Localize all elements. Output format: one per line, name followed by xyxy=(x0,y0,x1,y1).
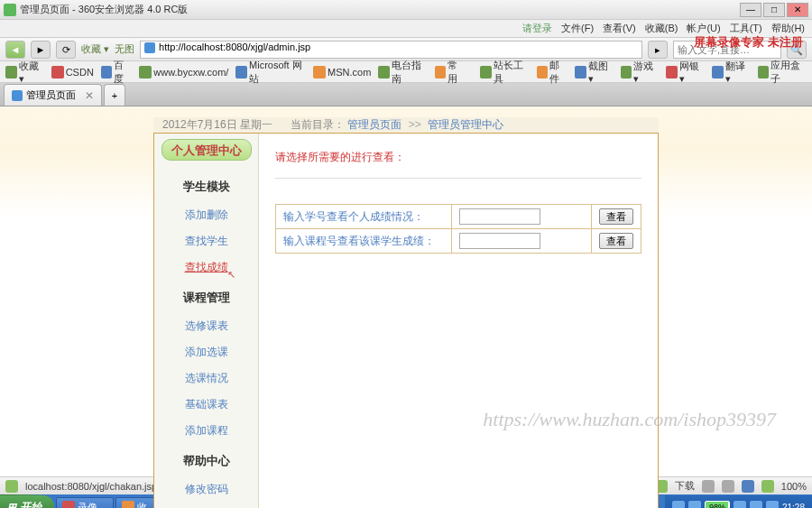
tool-screenshot[interactable]: 截图 ▾ xyxy=(575,60,614,85)
star-icon xyxy=(5,66,17,79)
favorites-dropdown[interactable]: 收藏 ▾ xyxy=(81,42,109,56)
task-item-1[interactable]: 录像… xyxy=(56,497,114,508)
sidebar-item-add-delete[interactable]: 添加删除 xyxy=(185,208,228,223)
sound-icon[interactable] xyxy=(742,480,754,493)
watermark-text: https://www.huzhan.com/ishop39397 xyxy=(483,408,776,431)
tab-admin[interactable]: 管理员页面 ✕ xyxy=(4,84,102,106)
query-label-course: 输入课程号查看该课学生成绩： xyxy=(276,229,452,254)
tool-label: 游戏 ▾ xyxy=(633,60,659,85)
bookmark-label: MSN.com xyxy=(328,67,371,78)
start-button[interactable]: ⊞ 开始 xyxy=(0,495,54,508)
task-icon xyxy=(62,501,75,508)
forward-button[interactable]: ► xyxy=(31,41,51,59)
tray-icon-5[interactable] xyxy=(766,501,779,508)
menu-help[interactable]: 帮助(H) xyxy=(771,22,805,35)
page-header: 2012年7月16日 星期一 当前目录： 管理员页面 >> 管理员管理中心 xyxy=(153,117,659,134)
status-download[interactable]: 下载 xyxy=(675,479,695,493)
sidebar-item-elective-table[interactable]: 选修课表 xyxy=(185,319,228,334)
baidu-icon xyxy=(101,66,113,79)
tool-translate[interactable]: 翻译 ▾ xyxy=(712,60,751,85)
query-table: 输入学号查看个人成绩情况： 查看 输入课程号查看该课学生成绩： 查看 xyxy=(275,204,641,254)
clock[interactable]: 21:28 xyxy=(782,503,805,509)
mail-icon xyxy=(537,66,549,79)
sidebar-item-basic-table[interactable]: 基础课表 xyxy=(185,397,228,412)
tray-icon-4[interactable] xyxy=(750,501,762,508)
refresh-button[interactable]: ⟳ xyxy=(56,41,76,59)
status-icon-5[interactable] xyxy=(722,480,734,493)
bookmark-label: 电台指南 xyxy=(392,59,428,86)
sidebar-item-find-student[interactable]: 查找学生 xyxy=(185,234,228,249)
breadcrumb-center[interactable]: 管理员管理中心 xyxy=(428,118,503,131)
tool-label: 邮件 xyxy=(549,59,567,86)
nopic-button[interactable]: 无图 xyxy=(115,42,134,56)
bookmark-baidu[interactable]: 百度 xyxy=(101,59,132,86)
tool-label: 站长工具 xyxy=(494,59,530,86)
tray-icon-1[interactable] xyxy=(672,501,685,508)
sidebar-title: 个人管理中心 xyxy=(161,139,252,161)
status-icon-4[interactable] xyxy=(702,480,715,493)
breadcrumb-admin[interactable]: 管理员页面 xyxy=(347,118,401,131)
bookmark-radio[interactable]: 电台指南 xyxy=(378,59,427,86)
bookmark-microsoft[interactable]: Microsoft 网站 xyxy=(235,59,306,86)
menu-tools[interactable]: 工具(T) xyxy=(730,22,762,35)
view-student-button[interactable]: 查看 xyxy=(599,208,633,225)
bookmark-common[interactable]: 常用 xyxy=(435,59,466,86)
menu-account[interactable]: 帐户(U) xyxy=(687,22,720,35)
view-course-button[interactable]: 查看 xyxy=(599,233,633,249)
tool-mail[interactable]: 邮件 xyxy=(537,59,567,86)
tool-label: 应用盒子 xyxy=(770,59,807,86)
student-id-input[interactable] xyxy=(459,208,540,225)
window-title: 管理员页面 - 360安全浏览器 4.0 RC版 xyxy=(20,3,188,16)
bookmark-label: Microsoft 网站 xyxy=(249,59,306,86)
battery-indicator[interactable]: 98% xyxy=(705,501,730,508)
sidebar-item-find-grade[interactable]: 查找成绩↖ xyxy=(185,260,228,275)
bookmark-msn[interactable]: MSN.com xyxy=(313,66,371,79)
menu-login[interactable]: 请登录 xyxy=(522,22,552,35)
tool-label: 翻译 ▾ xyxy=(725,60,751,85)
menu-file[interactable]: 文件(F) xyxy=(561,22,594,35)
task-label: 录像… xyxy=(78,501,107,509)
tab-close-icon[interactable]: ✕ xyxy=(85,89,94,102)
ms-icon xyxy=(235,66,247,79)
tray-icon-2[interactable] xyxy=(688,501,701,508)
sidebar-heading-student: 学生模块 xyxy=(183,179,230,195)
msn-icon xyxy=(313,66,326,79)
status-zoom[interactable]: 100% xyxy=(781,481,807,492)
windows-icon: ⊞ xyxy=(7,501,16,508)
tool-label: 网银 ▾ xyxy=(679,60,705,85)
url-text: http://localhost:8080/xjgl/admin.jsp xyxy=(159,42,310,52)
zoom-icon[interactable] xyxy=(761,480,774,493)
page-icon xyxy=(144,42,155,53)
bookmark-label: 常用 xyxy=(448,59,466,86)
back-button[interactable]: ◄ xyxy=(5,41,25,59)
menu-favorites[interactable]: 收藏(B) xyxy=(645,22,678,35)
sidebar-item-add-elective[interactable]: 添加选课 xyxy=(185,345,228,360)
status-page-icon xyxy=(5,480,18,493)
cursor-icon: ↖ xyxy=(227,269,235,281)
course-id-input[interactable] xyxy=(459,233,540,249)
tool-icon xyxy=(480,66,492,79)
close-button[interactable]: ✕ xyxy=(787,3,808,17)
tray-icon-3[interactable] xyxy=(734,501,746,508)
address-input[interactable]: http://localhost:8080/xjgl/admin.jsp xyxy=(140,41,642,59)
bookmark-favorites[interactable]: 收藏 ▾ xyxy=(5,60,44,85)
tool-webmaster[interactable]: 站长工具 xyxy=(480,59,529,86)
sidebar-item-add-course[interactable]: 添加课程 xyxy=(185,423,228,439)
maximize-button[interactable]: □ xyxy=(763,3,785,17)
minimize-button[interactable]: — xyxy=(740,3,761,17)
tab-page-icon xyxy=(12,90,23,101)
tool-games[interactable]: 游戏 ▾ xyxy=(621,60,660,85)
new-tab-button[interactable]: + xyxy=(104,84,125,106)
go-button[interactable]: ▸ xyxy=(648,41,668,59)
radio-icon xyxy=(378,66,390,79)
menu-view[interactable]: 查看(V) xyxy=(603,22,636,35)
translate-icon xyxy=(712,66,724,79)
sidebar-item-elective-status[interactable]: 选课情况 xyxy=(185,371,228,386)
tool-bank[interactable]: 网银 ▾ xyxy=(666,60,705,85)
bookmark-label: 百度 xyxy=(114,59,132,86)
query-row-student: 输入学号查看个人成绩情况： 查看 xyxy=(276,205,641,229)
bookmark-csdn[interactable]: CSDN xyxy=(51,66,94,79)
tool-appbox[interactable]: 应用盒子 xyxy=(758,59,807,86)
sidebar-item-change-password[interactable]: 修改密码 xyxy=(185,482,228,497)
bookmark-bycxw[interactable]: www.bycxw.com/ xyxy=(139,66,228,79)
